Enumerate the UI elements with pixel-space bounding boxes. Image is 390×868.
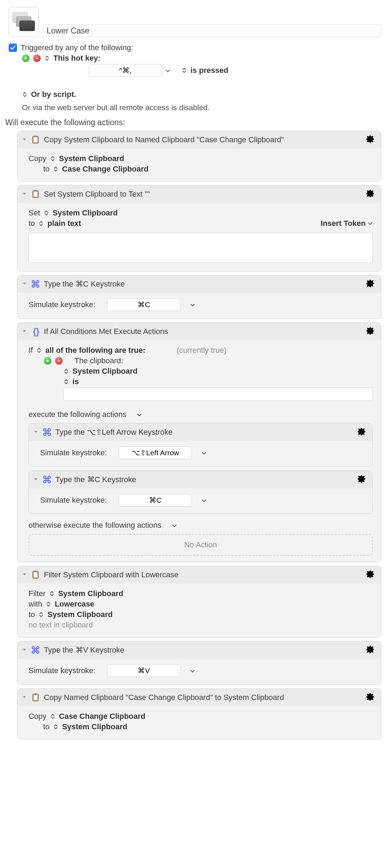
to-label: to xyxy=(29,219,35,228)
gear-icon[interactable] xyxy=(365,135,375,145)
hot-key-input[interactable] xyxy=(89,64,162,77)
action-type-keystroke-cmd-c: ⌘ Type the ⌘C Keystroke Simulate keystro… xyxy=(17,275,381,319)
simulate-label: Simulate keystroke: xyxy=(29,300,95,309)
text-value-input[interactable] xyxy=(29,233,373,263)
keystroke-input[interactable] xyxy=(119,494,192,507)
no-text-hint: no text in clipboard xyxy=(29,620,93,630)
clipboard-icon xyxy=(31,693,40,702)
disclose-icon[interactable] xyxy=(22,135,27,144)
chevron-down-icon[interactable] xyxy=(137,410,142,419)
gear-icon[interactable] xyxy=(365,279,375,289)
or-by-script-label: Or by script. xyxy=(31,90,76,99)
set-target: System Clipboard xyxy=(53,208,118,218)
selector-icon[interactable] xyxy=(44,208,49,218)
triggered-label: Triggered by any of the following: xyxy=(21,43,133,52)
filter-source: System Clipboard xyxy=(58,589,123,598)
disclose-icon[interactable] xyxy=(22,646,27,655)
triggered-checkbox[interactable] xyxy=(9,44,17,52)
nested-action-left-arrow: ⌘ Type the ⌥⇧Left Arrow Keystroke Simula… xyxy=(29,423,373,466)
with-value: Lowercase xyxy=(55,600,94,609)
selector-icon[interactable] xyxy=(38,610,44,619)
disclose-icon[interactable] xyxy=(22,190,27,199)
action-title: Filter System Clipboard with Lowercase xyxy=(44,570,178,579)
chevron-down-icon[interactable] xyxy=(190,666,195,675)
disclose-icon[interactable] xyxy=(33,475,39,484)
action-copy-named-clipboard: Copy Named Clipboard "Case Change Clipbo… xyxy=(17,688,381,739)
web-server-note: Or via the web server but all remote acc… xyxy=(22,103,210,112)
condition-text-input[interactable] xyxy=(63,388,373,401)
chevron-down-icon[interactable] xyxy=(172,521,177,530)
gear-icon[interactable] xyxy=(365,692,375,703)
gear-icon[interactable] xyxy=(356,474,367,485)
disclose-icon[interactable] xyxy=(22,693,27,702)
to-label: to xyxy=(43,165,49,174)
disclose-icon[interactable] xyxy=(22,327,27,336)
simulate-label: Simulate keystroke: xyxy=(29,666,95,675)
remove-trigger-button[interactable]: − xyxy=(33,54,41,62)
add-condition-button[interactable]: + xyxy=(44,357,52,365)
chevron-down-icon[interactable] xyxy=(202,496,206,505)
nested-action-cmd-c: ⌘ Type the ⌘C Keystroke Simulate keystro… xyxy=(29,471,373,514)
action-if-conditions: { } If All Conditions Met Execute Action… xyxy=(17,322,381,562)
gear-icon[interactable] xyxy=(365,189,375,199)
disclose-icon[interactable] xyxy=(22,280,27,289)
gear-icon[interactable] xyxy=(365,570,375,580)
gear-icon[interactable] xyxy=(356,427,367,437)
action-title: Type the ⌘C Keystroke xyxy=(55,475,136,484)
selector-icon[interactable] xyxy=(181,66,187,75)
add-trigger-button[interactable]: + xyxy=(22,54,30,62)
action-set-clipboard: Set System Clipboard to Text "" Set Syst… xyxy=(17,185,381,272)
selector-icon[interactable] xyxy=(53,165,58,174)
copy-label: Copy xyxy=(29,154,46,163)
gear-icon[interactable] xyxy=(365,645,375,655)
macro-name-input[interactable] xyxy=(43,24,381,37)
insert-token-button[interactable]: Insert Token xyxy=(321,219,373,228)
selector-icon[interactable] xyxy=(36,346,42,355)
action-title: Type the ⌥⇧Left Arrow Keystroke xyxy=(55,428,172,437)
selector-icon[interactable] xyxy=(44,54,50,63)
selector-icon[interactable] xyxy=(50,712,55,721)
command-icon: ⌘ xyxy=(42,475,52,485)
action-filter-clipboard: Filter System Clipboard with Lowercase F… xyxy=(17,566,381,638)
action-type-keystroke-cmd-v: ⌘ Type the ⌘V Keystroke Simulate keystro… xyxy=(17,641,381,685)
is-pressed-label: is pressed xyxy=(190,66,228,75)
if-label: If xyxy=(29,346,33,355)
action-title: Copy Named Clipboard "Case Change Clipbo… xyxy=(44,693,284,702)
copy-dest: System Clipboard xyxy=(62,722,127,731)
keystroke-input[interactable] xyxy=(107,664,180,677)
selector-icon[interactable] xyxy=(63,367,69,376)
clipboard-cond-label: The clipboard: xyxy=(75,356,123,365)
execute-label: Will execute the following actions: xyxy=(5,118,381,127)
braces-icon: { } xyxy=(31,327,40,336)
command-icon: ⌘ xyxy=(31,645,40,655)
gear-icon[interactable] xyxy=(365,326,375,337)
selector-icon[interactable] xyxy=(49,589,55,598)
to-type: plain text xyxy=(47,219,81,228)
to-label: to xyxy=(43,722,49,731)
macro-app-icon[interactable] xyxy=(9,7,39,37)
keystroke-input[interactable] xyxy=(119,447,192,459)
chevron-down-icon[interactable] xyxy=(190,300,195,309)
chevron-down-icon[interactable] xyxy=(202,448,206,457)
disclose-icon[interactable] xyxy=(22,570,27,579)
clipboard-icon xyxy=(31,570,40,580)
selector-icon[interactable] xyxy=(50,154,55,163)
keystroke-input[interactable] xyxy=(107,298,180,311)
remove-condition-button[interactable]: − xyxy=(55,357,63,365)
clipboard-icon xyxy=(31,135,40,145)
is-label: is xyxy=(72,377,79,386)
action-title: Copy System Clipboard to Named Clipboard… xyxy=(44,135,284,144)
no-action-placeholder[interactable]: No Action xyxy=(29,534,373,556)
selector-icon[interactable] xyxy=(46,600,51,609)
simulate-label: Simulate keystroke: xyxy=(40,496,107,505)
selector-icon[interactable] xyxy=(22,90,28,99)
selector-icon[interactable] xyxy=(53,722,58,731)
selector-icon[interactable] xyxy=(38,219,44,228)
selector-icon[interactable] xyxy=(63,377,69,386)
chevron-down-icon[interactable] xyxy=(165,66,170,75)
clipboard-icon xyxy=(31,189,40,199)
action-title: Type the ⌘C Keystroke xyxy=(44,280,125,289)
disclose-icon[interactable] xyxy=(33,428,39,437)
action-copy-clipboard: Copy System Clipboard to Named Clipboard… xyxy=(17,131,381,182)
action-title: If All Conditions Met Execute Actions xyxy=(44,327,168,336)
